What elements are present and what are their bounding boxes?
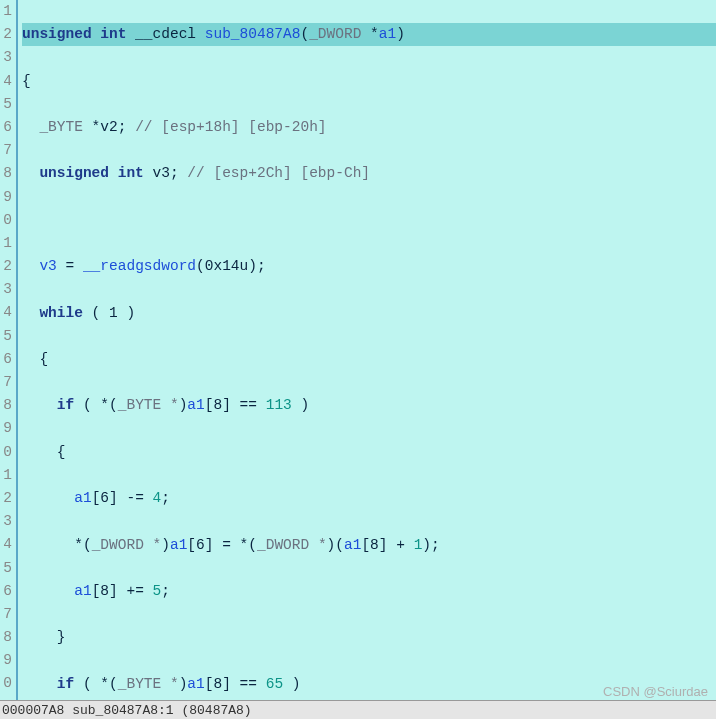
line-number: 5	[0, 93, 12, 116]
line-number: 9	[0, 649, 12, 672]
line-number: 8	[0, 626, 12, 649]
code-line[interactable]: *(_DWORD *)a1[6] = *(_DWORD *)(a1[8] + 1…	[22, 534, 716, 557]
code-line[interactable]: _BYTE *v2; // [esp+18h] [ebp-20h]	[22, 116, 716, 139]
line-number: 4	[0, 533, 12, 556]
line-number: 9	[0, 417, 12, 440]
line-number: 6	[0, 116, 12, 139]
line-number: 1	[0, 232, 12, 255]
line-number: 0	[0, 441, 12, 464]
line-number: 6	[0, 348, 12, 371]
line-number: 5	[0, 325, 12, 348]
code-line[interactable]: a1[8] += 5;	[22, 580, 716, 603]
line-number: 2	[0, 23, 12, 46]
code-line[interactable]: {	[22, 348, 716, 371]
code-line[interactable]	[22, 209, 716, 232]
line-number: 0	[0, 672, 12, 695]
code-editor[interactable]: 1 2 3 4 5 6 7 8 9 0 1 2 3 4 5 6 7 8 9 0 …	[0, 0, 716, 700]
line-number: 4	[0, 70, 12, 93]
line-number: 6	[0, 580, 12, 603]
line-number: 7	[0, 139, 12, 162]
code-line[interactable]: }	[22, 626, 716, 649]
line-number: 3	[0, 46, 12, 69]
code-line[interactable]: a1[6] -= 4;	[22, 487, 716, 510]
line-number: 0	[0, 209, 12, 232]
code-line[interactable]: v3 = __readgsdword(0x14u);	[22, 255, 716, 278]
status-bar: 000007A8 sub_80487A8:1 (80487A8)	[0, 700, 716, 719]
line-number: 3	[0, 510, 12, 533]
line-number: 8	[0, 394, 12, 417]
code-line[interactable]: {	[22, 70, 716, 93]
line-number: 7	[0, 603, 12, 626]
line-number: 2	[0, 255, 12, 278]
watermark-text: CSDN @Sciurdae	[603, 684, 708, 699]
line-number: 3	[0, 278, 12, 301]
code-line[interactable]: while ( 1 )	[22, 302, 716, 325]
code-line[interactable]: {	[22, 441, 716, 464]
line-number: 7	[0, 371, 12, 394]
code-area[interactable]: unsigned int __cdecl sub_80487A8(_DWORD …	[18, 0, 716, 700]
code-line[interactable]: unsigned int __cdecl sub_80487A8(_DWORD …	[22, 23, 716, 46]
code-line[interactable]: unsigned int v3; // [esp+2Ch] [ebp-Ch]	[22, 162, 716, 185]
line-number: 9	[0, 186, 12, 209]
line-number: 5	[0, 557, 12, 580]
line-number: 1	[0, 464, 12, 487]
line-number: 4	[0, 301, 12, 324]
line-number: 8	[0, 162, 12, 185]
line-number: 2	[0, 487, 12, 510]
line-number-gutter: 1 2 3 4 5 6 7 8 9 0 1 2 3 4 5 6 7 8 9 0 …	[0, 0, 18, 700]
code-line[interactable]: if ( *(_BYTE *)a1[8] == 113 )	[22, 394, 716, 417]
status-text: 000007A8 sub_80487A8:1 (80487A8)	[2, 703, 252, 718]
line-number: 1	[0, 0, 12, 23]
